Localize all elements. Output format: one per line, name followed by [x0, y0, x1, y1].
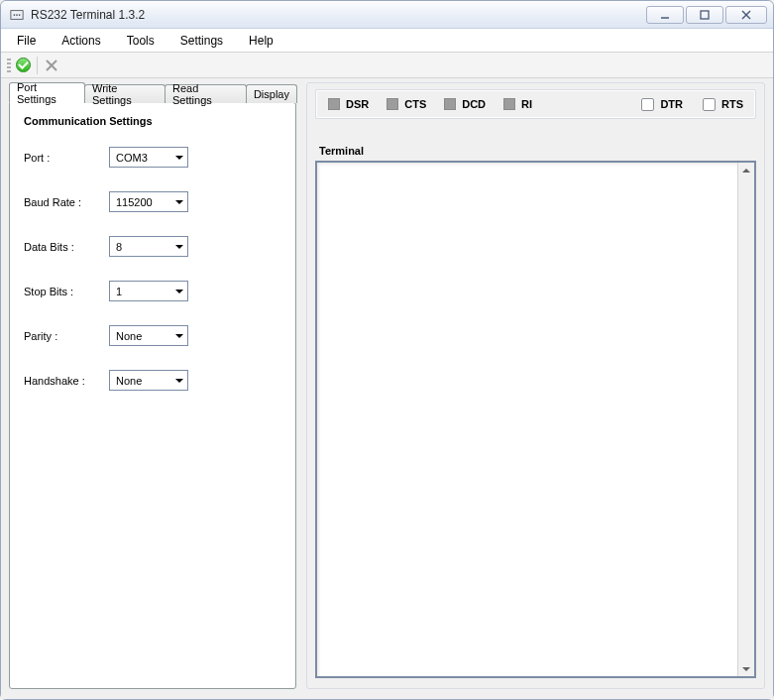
minimize-button[interactable] [646, 6, 684, 24]
menu-tools[interactable]: Tools [123, 32, 159, 50]
led-ri: RI [503, 98, 532, 110]
connect-button[interactable] [13, 56, 33, 75]
tab-body: Communication Settings Port : COM3 Baud … [9, 102, 296, 689]
toolbar-grip [7, 58, 11, 73]
label-stopbits: Stop Bits : [24, 286, 109, 297]
chevron-down-icon [175, 200, 183, 204]
tab-write-settings[interactable]: Write Settings [84, 84, 166, 103]
combo-port-value: COM3 [116, 152, 148, 164]
menu-actions[interactable]: Actions [57, 32, 104, 50]
ri-indicator [503, 98, 515, 110]
row-stopbits: Stop Bits : 1 [24, 281, 281, 301]
toolbar [1, 53, 773, 78]
app-window: RS232 Terminal 1.3.2 File Actions Tools … [0, 0, 774, 700]
scroll-up-button[interactable] [739, 163, 754, 177]
menu-file[interactable]: File [13, 32, 40, 50]
menubar: File Actions Tools Settings Help [1, 29, 773, 53]
svg-point-2 [16, 14, 18, 16]
disconnect-button[interactable] [42, 56, 61, 75]
terminal-label: Terminal [315, 145, 756, 157]
chevron-down-icon [175, 245, 183, 249]
cts-label: CTS [404, 98, 426, 110]
row-baud: Baud Rate : 115200 [24, 191, 281, 212]
dcd-indicator [444, 98, 456, 110]
led-dcd: DCD [444, 98, 486, 110]
svg-point-1 [14, 14, 16, 16]
window-title: RS232 Terminal 1.3.2 [31, 8, 145, 22]
right-panel: DSR CTS DCD RI DTR [306, 82, 765, 689]
terminal-output[interactable] [315, 161, 756, 678]
chevron-down-icon [175, 156, 183, 160]
maximize-button[interactable] [686, 6, 723, 24]
tab-port-settings[interactable]: Port Settings [9, 82, 85, 103]
group-title: Communication Settings [24, 115, 281, 127]
tab-display[interactable]: Display [246, 84, 297, 103]
scrollbar[interactable] [737, 163, 754, 676]
checkbox-box [703, 98, 716, 111]
combo-stopbits[interactable]: 1 [109, 281, 188, 301]
scroll-down-button[interactable] [739, 661, 754, 676]
rts-label: RTS [721, 98, 743, 110]
chevron-down-icon [175, 379, 183, 383]
dcd-label: DCD [462, 98, 486, 110]
led-cts: CTS [387, 98, 426, 110]
row-handshake: Handshake : None [24, 370, 281, 391]
checkbox-box [641, 98, 654, 111]
combo-databits[interactable]: 8 [109, 236, 188, 257]
combo-handshake-value: None [116, 375, 142, 387]
left-panel: Port Settings Write Settings Read Settin… [9, 82, 296, 689]
combo-databits-value: 8 [116, 241, 122, 253]
check-icon [16, 58, 31, 72]
status-row: DSR CTS DCD RI DTR [315, 89, 756, 119]
combo-parity-value: None [116, 330, 142, 342]
cts-indicator [387, 98, 398, 110]
dtr-label: DTR [660, 98, 683, 110]
combo-port[interactable]: COM3 [109, 147, 188, 168]
chevron-down-icon [175, 334, 183, 338]
row-parity: Parity : None [24, 325, 281, 346]
combo-stopbits-value: 1 [116, 286, 122, 297]
chevron-down-icon [175, 290, 183, 293]
tab-read-settings[interactable]: Read Settings [165, 84, 247, 103]
label-baud: Baud Rate : [24, 196, 109, 208]
checkbox-dtr[interactable]: DTR [641, 98, 683, 111]
tabstrip: Port Settings Write Settings Read Settin… [9, 82, 296, 103]
menu-settings[interactable]: Settings [176, 32, 227, 50]
svg-rect-5 [701, 11, 709, 19]
dsr-label: DSR [346, 98, 369, 110]
row-databits: Data Bits : 8 [24, 236, 281, 257]
label-databits: Data Bits : [24, 241, 109, 253]
led-dsr: DSR [328, 98, 369, 110]
label-port: Port : [24, 152, 109, 164]
toolbar-separator [37, 57, 38, 74]
menu-help[interactable]: Help [245, 32, 277, 50]
window-controls [646, 6, 767, 24]
checkbox-rts[interactable]: RTS [703, 98, 743, 111]
close-button[interactable] [725, 6, 767, 24]
app-icon [9, 7, 25, 23]
label-handshake: Handshake : [24, 375, 109, 387]
titlebar: RS232 Terminal 1.3.2 [1, 1, 773, 29]
content-area: Port Settings Write Settings Read Settin… [1, 78, 773, 699]
x-icon [45, 58, 58, 72]
label-parity: Parity : [24, 330, 109, 342]
combo-handshake[interactable]: None [109, 370, 188, 391]
row-port: Port : COM3 [24, 147, 281, 168]
combo-baud[interactable]: 115200 [109, 191, 188, 212]
svg-point-3 [19, 14, 21, 16]
combo-parity[interactable]: None [109, 325, 188, 346]
ri-label: RI [521, 98, 532, 110]
combo-baud-value: 115200 [116, 196, 153, 208]
dsr-indicator [328, 98, 340, 110]
